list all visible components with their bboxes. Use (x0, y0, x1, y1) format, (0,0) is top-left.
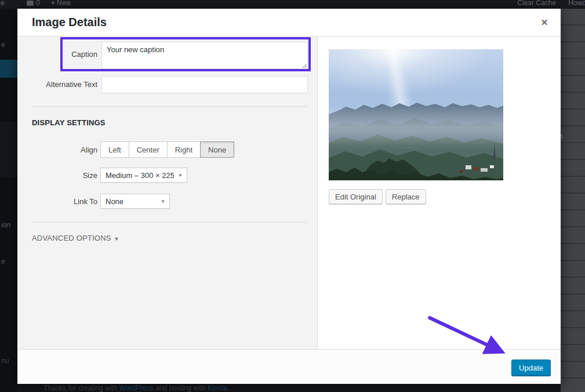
preview-column: Edit Original Replace (318, 37, 561, 349)
screen: e 0 +New Clear Cache Howdy e ion e nu n … (0, 0, 585, 392)
link-to-select[interactable]: None ▼ (100, 194, 170, 209)
credit-middle: and hosting with (154, 384, 208, 392)
plus-icon: + (51, 0, 55, 7)
modal-header: Image Details ✕ (17, 9, 561, 37)
site-name-fragment[interactable]: e (1, 0, 5, 7)
sidebar-active-item[interactable] (0, 60, 17, 78)
alt-text-label: Alternative Text (17, 80, 97, 89)
host-link[interactable]: Kinsta (208, 384, 227, 392)
modal-footer: Update (17, 349, 561, 384)
caption-input[interactable]: Your new caption (101, 42, 308, 69)
align-label: Align (17, 146, 97, 154)
collapse-triangle-icon: ▼ (114, 236, 119, 242)
sidebar-section (0, 122, 17, 177)
advanced-options-label: ADVANCED OPTIONS (32, 234, 111, 242)
modal-title: Image Details (32, 16, 107, 29)
link-to-label: Link To (17, 197, 97, 206)
align-right-button[interactable]: Right (167, 141, 201, 158)
chevron-down-icon: ▼ (174, 173, 187, 178)
dimmed-background-rows (561, 9, 585, 392)
divider (32, 222, 308, 223)
comment-bubble-icon (27, 1, 34, 6)
chevron-down-icon: ▼ (157, 199, 169, 204)
new-label: New (57, 0, 71, 7)
size-select-value: Medium – 300 × 225 (101, 171, 174, 180)
dimmed-footer-strip: Thanks for creating with WordPress and h… (17, 384, 561, 392)
edit-original-button[interactable]: Edit Original (329, 189, 383, 204)
footer-credit: Thanks for creating with WordPress and h… (43, 384, 229, 392)
sidebar-item-fragment[interactable]: e (1, 41, 5, 49)
howdy-menu[interactable]: Howdy (568, 0, 585, 7)
credit-prefix: Thanks for creating with (43, 384, 119, 392)
sidebar-item-fragment[interactable]: ion (1, 221, 10, 229)
collapse-menu-fragment[interactable]: nu (1, 357, 9, 365)
align-left-button[interactable]: Left (100, 141, 129, 158)
comments-count: 0 (36, 0, 40, 7)
alt-text-input[interactable] (101, 76, 308, 93)
clear-cache-button[interactable]: Clear Cache (517, 0, 556, 7)
align-center-button[interactable]: Center (129, 141, 168, 158)
size-select[interactable]: Medium – 300 × 225 ▼ (100, 168, 187, 183)
wordpress-link[interactable]: WordPress (119, 384, 154, 392)
link-to-select-value: None (101, 197, 157, 206)
admin-sidebar: e ion e nu (0, 9, 17, 392)
admin-bar: e 0 +New Clear Cache Howdy (0, 0, 585, 9)
settings-column: Caption Your new caption Alternative Tex… (17, 37, 318, 349)
credit-suffix: . (227, 384, 229, 392)
align-button-group: Left Center Right None (100, 141, 234, 158)
divider (32, 106, 308, 107)
image-details-modal: Image Details ✕ Caption Your new caption… (17, 9, 561, 384)
align-none-button[interactable]: None (200, 141, 234, 158)
new-menu[interactable]: +New (51, 0, 71, 7)
replace-button[interactable]: Replace (386, 189, 426, 204)
display-settings-heading: DISPLAY SETTINGS (32, 118, 106, 127)
preview-actions: Edit Original Replace (329, 189, 426, 204)
modal-body: Caption Your new caption Alternative Tex… (17, 37, 561, 349)
comments-menu[interactable]: 0 (27, 0, 40, 7)
size-label: Size (17, 171, 97, 180)
update-button[interactable]: Update (511, 360, 551, 376)
mountain-landscape-photo (329, 49, 503, 180)
sidebar-item-fragment[interactable]: e (1, 257, 5, 266)
advanced-options-toggle[interactable]: ADVANCED OPTIONS▼ (32, 234, 119, 242)
close-icon[interactable]: ✕ (537, 16, 551, 30)
caption-label: Caption (17, 50, 97, 59)
